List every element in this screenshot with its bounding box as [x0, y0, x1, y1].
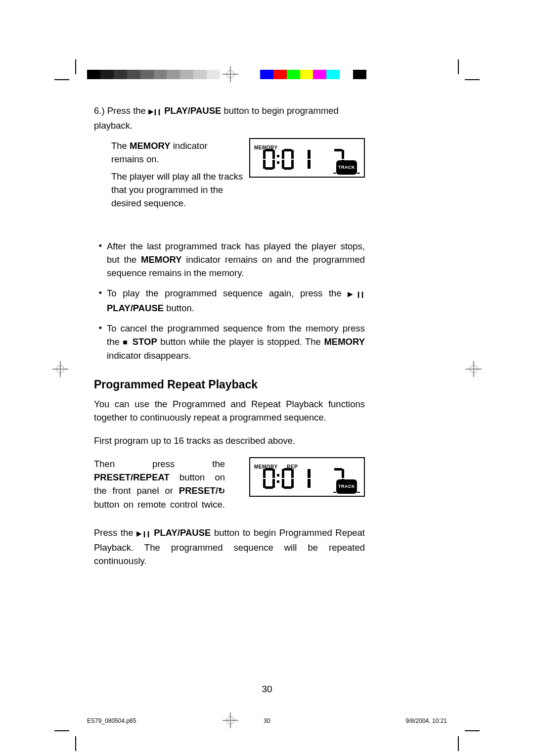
- paragraph-final: Press the PLAY/PAUSE button to begin Pro…: [94, 526, 365, 567]
- registration-target-icon: [52, 361, 68, 377]
- stop-icon: [123, 336, 129, 347]
- step-6-detail: The MEMORY indicator remains on.: [111, 139, 240, 166]
- registration-target-icon: [222, 66, 238, 82]
- paragraph-preset-repeat: Then press the PRESET/REPEAT button on t…: [94, 457, 225, 511]
- crop-mark: [75, 59, 76, 74]
- paragraph: First program up to 16 tracks as describ…: [94, 434, 365, 447]
- step-6: 6.) Press the PLAY/PAUSE button to begin…: [94, 104, 365, 132]
- footer-filename: ES79_080504.p65: [87, 717, 186, 724]
- label-play-pause: PLAY/PAUSE: [164, 105, 221, 116]
- bullet-icon: •: [94, 239, 107, 280]
- crop-mark: [465, 730, 480, 731]
- crop-mark: [465, 79, 480, 80]
- note-item: •After the last programmed track has pla…: [94, 239, 365, 280]
- footer-date: 9/8/2004, 10:21: [348, 717, 447, 724]
- crop-mark: [458, 59, 459, 74]
- lcd-track-label: TRACK: [333, 159, 360, 175]
- note-item: •To play the programmed sequence again, …: [94, 286, 365, 315]
- step-number: 6.): [94, 105, 105, 116]
- paragraph: You can use the Programmed and Repeat Pl…: [94, 397, 365, 424]
- crop-mark: [75, 736, 76, 751]
- crop-mark: [54, 730, 69, 731]
- crop-mark: [54, 79, 69, 80]
- step-6-detail: The player will play all the tracks that…: [111, 170, 245, 210]
- bullet-icon: •: [94, 286, 107, 315]
- note-item: •To cancel the programmed sequence from …: [94, 322, 365, 362]
- repeat-icon: [218, 485, 225, 496]
- registration-target-icon: [466, 361, 482, 377]
- lcd-display-memory: MEMORY TRACK: [249, 138, 365, 178]
- page-number: 30: [0, 684, 534, 695]
- play-pause-icon: [148, 105, 162, 116]
- lcd-digits: [263, 149, 344, 170]
- lcd-display-memory-rep: MEMORY REP TRACK: [249, 457, 365, 497]
- lcd-digits: [263, 468, 344, 489]
- bullet-icon: •: [94, 322, 107, 362]
- notes-list: •After the last programmed track has pla…: [94, 239, 365, 362]
- page: 6.) Press the PLAY/PAUSE button to begin…: [0, 0, 534, 756]
- footer-pagenum: 30: [257, 717, 277, 724]
- lcd-track-label: TRACK: [333, 478, 360, 494]
- footer: ES79_080504.p65 30 9/8/2004, 10:21: [87, 717, 447, 724]
- crop-mark: [458, 736, 459, 751]
- play-pause-icon: [136, 527, 150, 538]
- play-pause-icon: [348, 288, 365, 298]
- content-area: 6.) Press the PLAY/PAUSE button to begin…: [94, 104, 365, 577]
- section-heading: Programmed Repeat Playback: [94, 378, 365, 391]
